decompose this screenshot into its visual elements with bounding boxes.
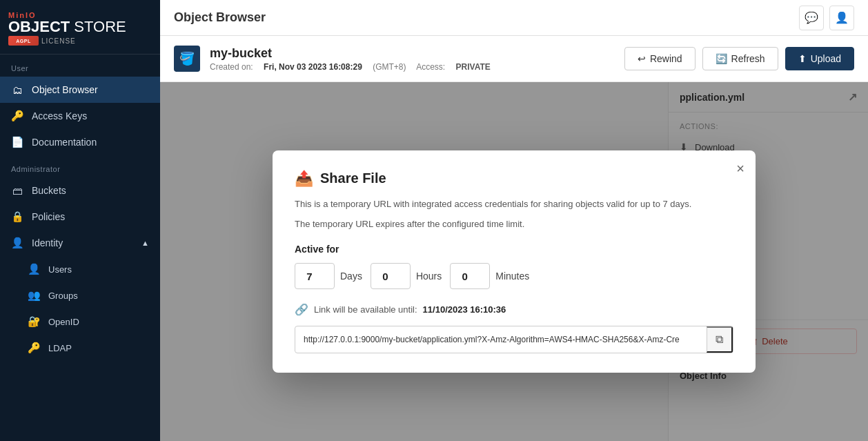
identity-group-header[interactable]: 👤 Identity ▲: [0, 230, 160, 256]
access-keys-icon: 🔑: [11, 110, 23, 122]
sidebar-item-policies[interactable]: 🔒 Policies: [0, 204, 160, 230]
groups-icon: 👥: [28, 289, 40, 302]
bucket-info: 🪣 my-bucket Created on: Fri, Nov 03 2023…: [174, 46, 499, 72]
chat-icon-button[interactable]: 💬: [799, 6, 824, 30]
logo-agpl-badge: AGPL: [8, 36, 39, 46]
bucket-access-value: PRIVATE: [456, 62, 491, 72]
sidebar-item-label-object-browser: Object Browser: [32, 84, 98, 95]
modal-title-row: 📤 Share File: [295, 170, 733, 188]
policies-icon: 🔒: [11, 210, 23, 223]
user-section-label: User: [0, 55, 160, 77]
bucket-created-date: Fri, Nov 03 2023 16:08:29: [264, 62, 362, 72]
days-input[interactable]: [295, 263, 335, 289]
sidebar-item-documentation[interactable]: 📄 Documentation: [0, 129, 160, 155]
header: Object Browser 💬 👤: [160, 0, 868, 36]
days-label: Days: [340, 271, 362, 282]
copy-icon: ⧉: [716, 333, 723, 346]
page-title: Object Browser: [174, 10, 266, 25]
refresh-button[interactable]: 🔄 Refresh: [702, 47, 778, 70]
url-copy-row: ⧉: [295, 326, 733, 353]
bucket-access-label: Access:: [416, 62, 445, 72]
sidebar-item-groups[interactable]: 👥 Groups: [0, 282, 160, 308]
time-inputs: Days Hours Minutes: [295, 263, 733, 289]
share-file-modal: × 📤 Share File This is a temporary URL w…: [273, 150, 756, 373]
sidebar-item-label-access-keys: Access Keys: [32, 110, 87, 121]
sidebar-item-label-policies: Policies: [32, 211, 65, 222]
sidebar-item-label-groups: Groups: [48, 291, 78, 301]
bucket-actions: ↩ Rewind 🔄 Refresh ⬆ Upload: [624, 47, 854, 70]
link-icon: 🔗: [295, 303, 308, 316]
sidebar-item-ldap[interactable]: 🔑 LDAP: [0, 335, 160, 361]
admin-section-label: Administrator: [0, 155, 160, 177]
documentation-icon: 📄: [11, 136, 23, 148]
object-browser-icon: 🗂: [11, 84, 23, 96]
active-for-label: Active for: [295, 244, 733, 255]
bucket-timezone: (GMT+8): [373, 62, 406, 72]
hours-field: Hours: [371, 263, 442, 289]
identity-chevron-icon: ▲: [141, 239, 149, 247]
modal-desc-2: The temporary URL expires after the conf…: [295, 217, 733, 232]
upload-button[interactable]: ⬆ Upload: [785, 47, 854, 70]
identity-group-left: 👤 Identity: [11, 237, 63, 249]
logo-title: OBJECT STORE: [8, 19, 152, 35]
logo-area: MinIO OBJECT STORE AGPL LICENSE: [0, 0, 160, 55]
sidebar-item-label-buckets: Buckets: [32, 185, 66, 196]
modal-overlay[interactable]: × 📤 Share File This is a temporary URL w…: [160, 82, 868, 441]
refresh-icon: 🔄: [716, 53, 727, 64]
sidebar-item-access-keys[interactable]: 🔑 Access Keys: [0, 103, 160, 129]
minutes-field: Minutes: [450, 263, 529, 289]
bucket-details: my-bucket Created on: Fri, Nov 03 2023 1…: [210, 46, 499, 72]
sidebar-item-label-users: Users: [48, 264, 72, 275]
days-field: Days: [295, 263, 362, 289]
identity-label: Identity: [32, 237, 63, 248]
sidebar-item-object-browser[interactable]: 🗂 Object Browser: [0, 77, 160, 103]
sidebar-item-buckets[interactable]: 🗃 Buckets: [0, 177, 160, 204]
bucket-icon: 🪣: [174, 46, 200, 72]
hours-label: Hours: [416, 271, 442, 282]
link-until-date: 11/10/2023 16:10:36: [423, 304, 506, 315]
content-area: pplication.yml ↗ Actions: ⬇ Download 📤 S…: [160, 82, 868, 441]
user-icon-button[interactable]: 👤: [829, 6, 854, 30]
sidebar-item-label-openid: OpenID: [48, 317, 79, 327]
sidebar: MinIO OBJECT STORE AGPL LICENSE User 🗂 O…: [0, 0, 160, 441]
modal-close-button[interactable]: ×: [736, 161, 744, 175]
users-icon: 👤: [28, 263, 40, 275]
hours-input[interactable]: [371, 263, 411, 289]
upload-icon: ⬆: [798, 53, 807, 64]
modal-title: Share File: [320, 170, 386, 186]
header-actions: 💬 👤: [799, 6, 854, 30]
logo-license: LICENSE: [41, 37, 76, 45]
logo-badge: AGPL LICENSE: [8, 36, 152, 46]
identity-icon: 👤: [11, 237, 23, 249]
bucket-meta: Created on: Fri, Nov 03 2023 16:08:29 (G…: [210, 62, 499, 72]
link-until-text: Link will be available until:: [314, 304, 417, 315]
share-url-input[interactable]: [295, 328, 707, 351]
sidebar-item-users[interactable]: 👤 Users: [0, 256, 160, 282]
buckets-icon: 🗃: [11, 184, 23, 197]
sidebar-item-label-ldap: LDAP: [48, 343, 72, 353]
ldap-icon: 🔑: [28, 342, 40, 354]
bucket-bar: 🪣 my-bucket Created on: Fri, Nov 03 2023…: [160, 36, 868, 82]
sidebar-item-openid[interactable]: 🔐 OpenID: [0, 308, 160, 335]
minutes-input[interactable]: [450, 263, 490, 289]
link-until-row: 🔗 Link will be available until: 11/10/20…: [295, 303, 733, 316]
bucket-name: my-bucket: [210, 46, 499, 61]
modal-desc-1: This is a temporary URL with integrated …: [295, 197, 733, 212]
rewind-button[interactable]: ↩ Rewind: [624, 47, 696, 70]
minutes-label: Minutes: [495, 271, 529, 282]
copy-url-button[interactable]: ⧉: [707, 326, 733, 353]
openid-icon: 🔐: [28, 315, 40, 328]
bucket-created-label: Created on:: [210, 62, 253, 72]
sidebar-item-label-documentation: Documentation: [32, 137, 97, 148]
main-area: Object Browser 💬 👤 🪣 my-bucket Created o…: [160, 0, 868, 441]
rewind-icon: ↩: [638, 53, 646, 64]
share-file-icon: 📤: [295, 170, 313, 188]
